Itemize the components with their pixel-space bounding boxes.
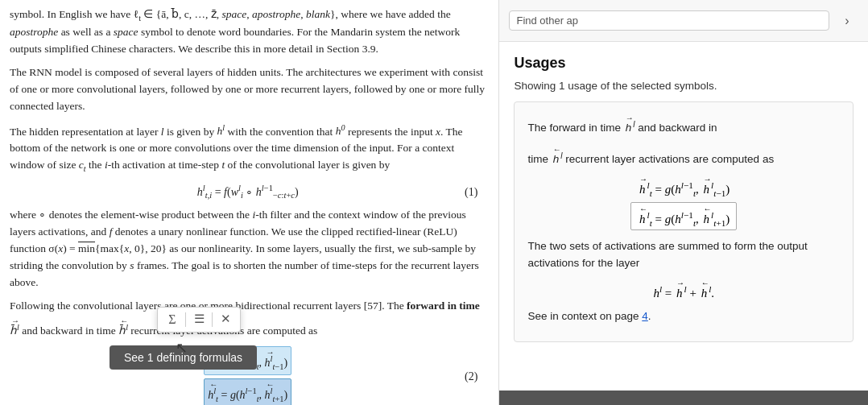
- para1: symbol. In English we have ℓt ∈ {ā, b̄, …: [10, 6, 486, 58]
- usage-formula2: ← h lt = g(hl−1t, ← h lt+1): [527, 202, 840, 230]
- cursor: ↖: [176, 337, 188, 360]
- para5: Following the convolutional layers are o…: [10, 298, 486, 340]
- toolbar-divider: [185, 312, 186, 327]
- eq1-number: (1): [465, 184, 477, 201]
- right-panel: Find other ap › Usages Showing 1 usage o…: [499, 0, 868, 405]
- left-panel: symbol. In English we have ℓt ∈ {ā, b̄, …: [0, 0, 498, 405]
- usage-formula3: hl = → h l + ← h l.: [527, 279, 840, 300]
- chevron-right-button[interactable]: ›: [836, 10, 858, 32]
- context-text: See in context on page 4.: [527, 308, 840, 325]
- formula-backward: ← h lt = g(hl−1t, ← h lt+1): [204, 378, 291, 405]
- usage-box: The forward in time → h l and backward i…: [514, 101, 854, 342]
- usage-text6: The two sets of activations are summed t…: [527, 238, 840, 272]
- top-bar: Find other ap ›: [499, 0, 868, 42]
- usage-formula1: → h lt = g(hl−1t, → h lt−1): [527, 175, 840, 198]
- toolbar-popup: Σ ☰ ✕: [157, 307, 241, 333]
- search-text: Find other ap: [516, 14, 578, 27]
- hamburger-icon[interactable]: ☰: [189, 310, 209, 329]
- section-title: Usages: [514, 55, 854, 72]
- usage-text3: time ← h l recurrent layer activations a…: [527, 143, 840, 168]
- para3: The hidden representation at layer l is …: [10, 122, 486, 176]
- equation1: hlt,i = f(wli ∘ hl−1−c:t+c) (1): [10, 182, 486, 203]
- search-box[interactable]: Find other ap: [509, 10, 829, 31]
- usage-text1: The forward in time → h l and backward i…: [527, 112, 840, 137]
- right-content: Usages Showing 1 usage of the selected s…: [499, 42, 868, 391]
- context-page-link[interactable]: 4: [642, 310, 648, 322]
- para2: The RNN model is composed of several lay…: [10, 64, 486, 115]
- para4: where ∘ denotes the element-wise product…: [10, 207, 486, 291]
- sigma-icon[interactable]: Σ: [163, 310, 182, 329]
- bottom-bar: [499, 391, 868, 405]
- close-icon[interactable]: ✕: [216, 310, 235, 329]
- toolbar-divider2: [212, 312, 213, 327]
- showing-text: Showing 1 usage of the selected symbols.: [514, 80, 854, 92]
- eq2-number: (2): [465, 368, 477, 386]
